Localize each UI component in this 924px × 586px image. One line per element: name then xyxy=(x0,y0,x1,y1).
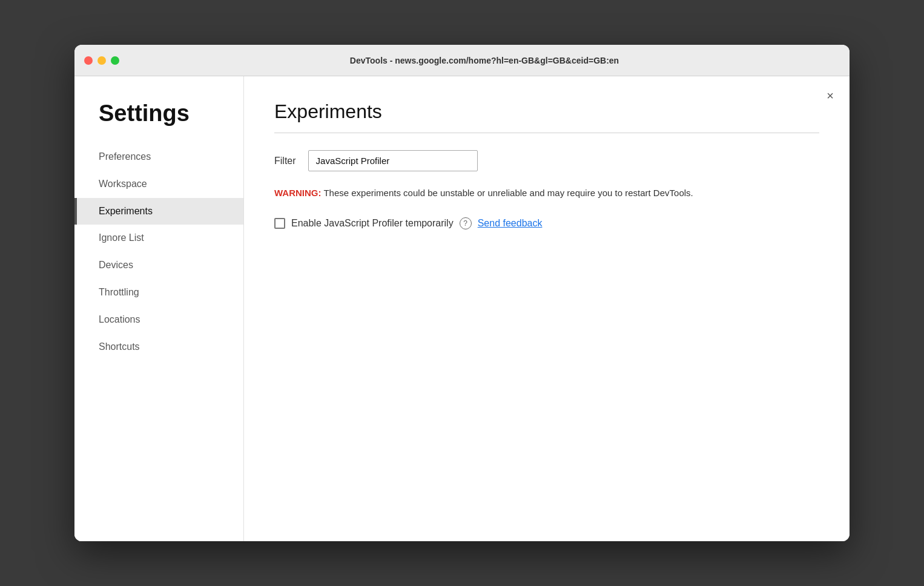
sidebar-item-throttling[interactable]: Throttling xyxy=(74,279,243,306)
sidebar-item-shortcuts[interactable]: Shortcuts xyxy=(74,334,243,361)
warning-box: WARNING: These experiments could be unst… xyxy=(274,186,819,200)
experiment-row: Enable JavaScript Profiler temporarily ?… xyxy=(274,217,819,229)
sidebar-item-workspace[interactable]: Workspace xyxy=(74,171,243,198)
traffic-lights xyxy=(84,56,119,65)
help-icon: ? xyxy=(460,217,472,229)
sidebar-item-ignore-list[interactable]: Ignore List xyxy=(74,225,243,252)
warning-message: These experiments could be unstable or u… xyxy=(322,188,693,198)
section-title: Experiments xyxy=(274,100,819,123)
maximize-traffic-light[interactable] xyxy=(111,56,119,65)
close-traffic-light[interactable] xyxy=(84,56,93,65)
js-profiler-checkbox[interactable] xyxy=(274,218,285,229)
sidebar-item-preferences[interactable]: Preferences xyxy=(74,143,243,171)
filter-row: Filter xyxy=(274,150,819,171)
filter-label: Filter xyxy=(274,156,296,166)
settings-heading: Settings xyxy=(74,100,243,143)
window-content: Settings Preferences Workspace Experimen… xyxy=(74,76,850,541)
browser-title: DevTools - news.google.com/home?hl=en-GB… xyxy=(129,56,840,65)
section-divider xyxy=(274,133,819,133)
warning-label: WARNING: xyxy=(274,188,322,198)
minimize-traffic-light[interactable] xyxy=(97,56,106,65)
experiment-label: Enable JavaScript Profiler temporarily xyxy=(291,218,454,229)
sidebar: Settings Preferences Workspace Experimen… xyxy=(74,76,244,541)
title-bar: DevTools - news.google.com/home?hl=en-GB… xyxy=(74,45,850,76)
warning-text: WARNING: These experiments could be unst… xyxy=(274,186,819,200)
browser-window: DevTools - news.google.com/home?hl=en-GB… xyxy=(74,45,850,541)
send-feedback-link[interactable]: Send feedback xyxy=(478,218,543,229)
sidebar-item-locations[interactable]: Locations xyxy=(74,306,243,334)
filter-input[interactable] xyxy=(308,150,478,171)
main-content: × Experiments Filter WARNING: These expe… xyxy=(244,76,850,541)
close-button[interactable]: × xyxy=(823,88,837,103)
dialog-layout: Settings Preferences Workspace Experimen… xyxy=(74,76,850,541)
sidebar-item-experiments[interactable]: Experiments xyxy=(74,198,243,225)
sidebar-item-devices[interactable]: Devices xyxy=(74,252,243,279)
